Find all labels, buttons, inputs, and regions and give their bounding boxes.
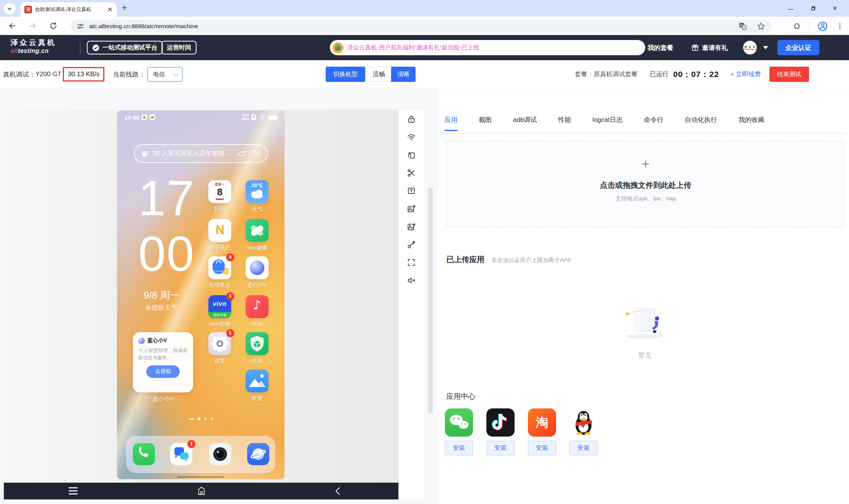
url-bar[interactable]: atc.alltesting.cn:8888/atc/remote/machin… — [71, 20, 771, 32]
nav-invite[interactable]: 邀请有礼 — [691, 43, 728, 52]
new-tab-button[interactable]: + — [122, 3, 127, 13]
platform-badge-label: 一站式移动测试平台 — [102, 44, 157, 52]
dock-camera-app[interactable] — [209, 443, 231, 465]
douyin-icon[interactable] — [486, 408, 515, 437]
tab-search-button[interactable] — [4, 3, 15, 14]
nav-my-plans[interactable]: 我的套餐 — [648, 43, 673, 52]
app-center-title: 应用中心 — [446, 392, 475, 402]
install-wechat-button[interactable]: 安装 — [445, 441, 473, 455]
quality-smooth-button[interactable]: 流畅 — [367, 67, 391, 82]
qq-icon[interactable] — [569, 408, 598, 437]
site-logo[interactable]: 泽众云真机 alltesting.cn — [11, 38, 56, 54]
hours-badge[interactable]: 运营时间 — [161, 41, 197, 54]
home-button[interactable] — [197, 486, 206, 496]
avatar-caret-icon[interactable] — [763, 46, 768, 49]
browser-toolbar: atc.alltesting.cn:8888/atc/remote/machin… — [0, 17, 849, 35]
wifi-settings-icon[interactable] — [406, 132, 416, 142]
assistant-body: 个人智慧助理，快速获取信息与服务。 — [138, 347, 188, 362]
phone-mirror[interactable]: 17:00 0.50KB/s 20 人冒充国安人员午夜闯... 17 00 9/… — [117, 110, 285, 479]
install-qq-button[interactable]: 安装 — [569, 441, 598, 455]
app-vivo-health[interactable]: vivo健康 — [246, 219, 269, 251]
rotate-screen-icon[interactable] — [406, 150, 416, 160]
dock-messages-app[interactable]: 1 — [170, 443, 192, 465]
extensions-icon[interactable] — [791, 22, 801, 31]
text-input-icon[interactable] — [406, 186, 416, 196]
close-button[interactable]: ✕ — [824, 5, 846, 12]
renew-link[interactable]: + 立即续费 — [731, 70, 761, 78]
line-select[interactable]: 电信 — [147, 67, 182, 82]
tab-performance[interactable]: 性能 — [558, 115, 571, 131]
app-album[interactable]: 相册 — [246, 370, 269, 402]
tab-close-icon[interactable]: ✕ — [107, 6, 113, 14]
enterprise-auth-button[interactable]: 企业认证 — [777, 40, 819, 55]
site-settings-icon[interactable] — [76, 22, 85, 30]
browser-titlebar: 测 自助测试调试-泽众云真机 ✕ + — ✕ — [0, 0, 849, 17]
wechat-icon[interactable] — [445, 408, 473, 437]
minimize-button[interactable]: — — [780, 5, 802, 12]
authorize-button[interactable]: 去授权 — [146, 365, 180, 378]
end-test-button[interactable]: 结束测试 — [769, 67, 809, 82]
quality-toggle: 流畅 清晰 — [367, 67, 416, 82]
nav-machine-plans[interactable]: 真机套餐 — [604, 43, 630, 52]
install-douyin-button[interactable]: 安装 — [486, 441, 515, 455]
profile-icon[interactable] — [818, 21, 828, 31]
page-scrollbar[interactable] — [428, 187, 433, 414]
fullscreen-icon[interactable] — [406, 258, 416, 267]
app-notes[interactable]: N 原子笔记 — [208, 219, 231, 251]
app-bluev[interactable]: 蓝心小V — [246, 256, 269, 289]
phone-search-bar[interactable]: 20 人冒充国安人员午夜闯... — [134, 144, 268, 163]
dock-phone-app[interactable] — [133, 443, 155, 465]
image-download-icon[interactable] — [406, 222, 416, 232]
divider — [809, 22, 809, 31]
back-button[interactable] — [334, 486, 342, 496]
tab-adb[interactable]: adb调试 — [513, 115, 537, 131]
url-text[interactable]: atc.alltesting.cn:8888/atc/remote/machin… — [89, 23, 738, 30]
avatar[interactable]: 泽 众 云alltesting.cn — [743, 41, 757, 54]
forward-icon[interactable] — [28, 21, 37, 30]
assistant-card[interactable]: 蓝心小V 个人智慧助理，快速获取信息与服务。 去授权 — [133, 332, 193, 392]
app-iguard[interactable]: i管家 — [246, 332, 269, 365]
baidu-icon — [141, 150, 149, 157]
app-imusic[interactable]: ♪ i音乐 — [246, 295, 269, 328]
device-screen-viewer[interactable]: 17:00 0.50KB/s 20 人冒充国安人员午夜闯... 17 00 9/… — [4, 110, 398, 499]
translate-icon[interactable]: G文 — [738, 22, 747, 31]
app-calendar[interactable]: 星期一8 日历 — [208, 180, 231, 213]
tab-favorites[interactable]: 我的收藏 — [739, 115, 764, 131]
logo-domain: alltesting.cn — [11, 47, 56, 54]
upload-dropzone[interactable]: + 点击或拖拽文件到此处上传 支持格式apk、ipa、hap — [446, 140, 845, 228]
adb-key-icon[interactable] — [406, 240, 416, 250]
browser-actions — [791, 21, 844, 31]
tab-screenshot[interactable]: 截图 — [479, 115, 492, 131]
browser-tab[interactable]: 测 自助测试调试-泽众云真机 ✕ — [21, 2, 117, 17]
app-weather[interactable]: 33℃ 天气 — [246, 180, 269, 213]
phone-status-right: 0.50KB/s — [241, 114, 277, 121]
tab-cli[interactable]: 命令行 — [644, 115, 664, 131]
app-store[interactable]: 4 APP STORE 应用商店 — [208, 256, 231, 289]
camera-lens-icon — [209, 443, 231, 465]
bookmark-star-icon[interactable] — [756, 22, 766, 31]
site-header: 泽众云真机 alltesting.cn 一站式移动测试平台 运营时间 泽众云真机… — [0, 35, 849, 60]
taobao-icon[interactable]: 淘 — [528, 408, 556, 437]
tab-automation[interactable]: 自动化执行 — [685, 115, 717, 131]
back-icon[interactable] — [8, 21, 17, 30]
maximize-button[interactable] — [802, 6, 824, 11]
dock-browser-app[interactable] — [247, 443, 269, 465]
app-settings[interactable]: 1 设置 — [208, 332, 231, 365]
tab-logcat[interactable]: logcat日志 — [592, 115, 622, 131]
platform-badge: 一站式移动测试平台 — [87, 41, 163, 54]
menu-kebab-icon[interactable] — [836, 22, 844, 30]
mute-icon[interactable] — [406, 275, 416, 285]
image-upload-icon[interactable] — [406, 204, 416, 214]
tab-app[interactable]: 应用 — [444, 115, 457, 131]
recent-apps-button[interactable] — [69, 487, 78, 496]
screenshot-cut-icon[interactable] — [406, 168, 416, 178]
announcement-banner[interactable]: 泽众云真机-用户双向福利“邀请有礼”新功能-已上线 — [330, 40, 645, 55]
switch-device-button[interactable]: 切换机型 — [326, 67, 365, 82]
app-vivo-site[interactable]: 1 vivo 国家补贴 vivo官网 — [208, 295, 231, 328]
scan-icon[interactable] — [253, 149, 261, 158]
quality-clear-button[interactable]: 清晰 — [391, 67, 416, 82]
reload-icon[interactable] — [49, 21, 58, 30]
install-taobao-button[interactable]: 安装 — [528, 441, 556, 455]
logo-cn: 泽众云真机 — [11, 38, 56, 47]
lock-screen-icon[interactable] — [406, 114, 416, 124]
